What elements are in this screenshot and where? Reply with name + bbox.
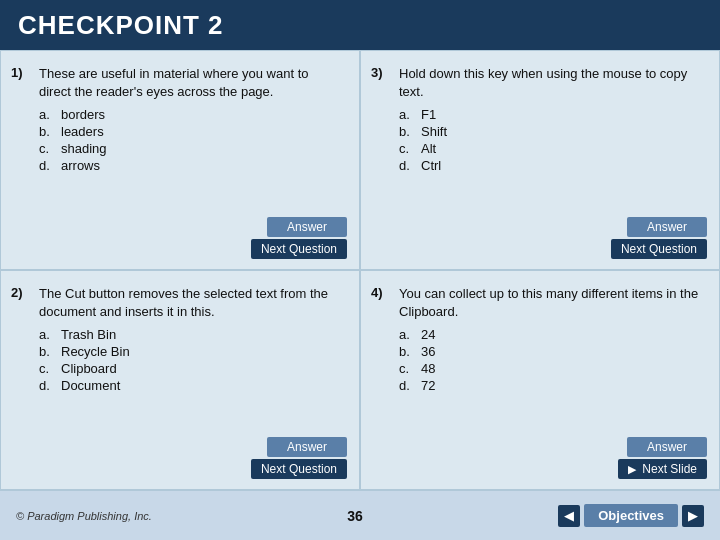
q4-text: You can collect up to this many differen… — [399, 285, 703, 321]
question-1: 1) These are useful in material where yo… — [0, 50, 360, 270]
list-item: a.borders — [39, 107, 343, 122]
q1-btn-group: Answer Next Question — [251, 217, 347, 259]
q1-text: These are useful in material where you w… — [39, 65, 343, 101]
q3-answer-button[interactable]: Answer — [627, 217, 707, 237]
q4-answer-button[interactable]: Answer — [627, 437, 707, 457]
q3-text: Hold down this key when using the mouse … — [399, 65, 703, 101]
list-item: c.shading — [39, 141, 343, 156]
q2-btn-group: Answer Next Question — [251, 437, 347, 479]
page-title: CHECKPOINT 2 — [18, 10, 224, 41]
list-item: d.72 — [399, 378, 703, 393]
header: CHECKPOINT 2 — [0, 0, 720, 50]
q4-next-slide-button[interactable]: ▶ Next Slide — [618, 459, 707, 479]
question-2: 2) The Cut button removes the selected t… — [0, 270, 360, 490]
q1-number: 1) — [11, 65, 23, 80]
list-item: b.36 — [399, 344, 703, 359]
q4-btn-group: Answer ▶ Next Slide — [618, 437, 707, 479]
next-button[interactable]: ▶ — [682, 505, 704, 527]
q1-next-button[interactable]: Next Question — [251, 239, 347, 259]
q4-options: a.24 b.36 c.48 d.72 — [399, 327, 703, 393]
question-4: 4) You can collect up to this many diffe… — [360, 270, 720, 490]
list-item: d.Document — [39, 378, 343, 393]
q2-number: 2) — [11, 285, 23, 300]
list-item: c.48 — [399, 361, 703, 376]
q2-text: The Cut button removes the selected text… — [39, 285, 343, 321]
objectives-button[interactable]: Objectives — [584, 504, 678, 527]
q3-number: 3) — [371, 65, 383, 80]
slide-icon: ▶ — [628, 463, 636, 476]
footer: © Paradigm Publishing, Inc. 36 ◀ Objecti… — [0, 490, 720, 540]
prev-button[interactable]: ◀ — [558, 505, 580, 527]
list-item: b.leaders — [39, 124, 343, 139]
q1-content: These are useful in material where you w… — [39, 65, 343, 175]
list-item: b.Recycle Bin — [39, 344, 343, 359]
copyright: © Paradigm Publishing, Inc. — [16, 510, 152, 522]
q2-options: a.Trash Bin b.Recycle Bin c.Clipboard d.… — [39, 327, 343, 393]
q1-answer-button[interactable]: Answer — [267, 217, 347, 237]
q1-options: a.borders b.leaders c.shading d.arrows — [39, 107, 343, 173]
list-item: c.Clipboard — [39, 361, 343, 376]
q4-number: 4) — [371, 285, 383, 300]
q3-content: Hold down this key when using the mouse … — [399, 65, 703, 175]
list-item: a.Trash Bin — [39, 327, 343, 342]
list-item: a.F1 — [399, 107, 703, 122]
footer-nav: ◀ Objectives ▶ — [558, 504, 704, 527]
q2-content: The Cut button removes the selected text… — [39, 285, 343, 395]
list-item: a.24 — [399, 327, 703, 342]
questions-grid: 1) These are useful in material where yo… — [0, 50, 720, 490]
q3-btn-group: Answer Next Question — [611, 217, 707, 259]
list-item: d.arrows — [39, 158, 343, 173]
list-item: c.Alt — [399, 141, 703, 156]
q3-next-button[interactable]: Next Question — [611, 239, 707, 259]
list-item: b.Shift — [399, 124, 703, 139]
question-3: 3) Hold down this key when using the mou… — [360, 50, 720, 270]
q2-answer-button[interactable]: Answer — [267, 437, 347, 457]
q4-content: You can collect up to this many differen… — [399, 285, 703, 395]
list-item: d.Ctrl — [399, 158, 703, 173]
q2-next-button[interactable]: Next Question — [251, 459, 347, 479]
page-number: 36 — [347, 508, 363, 524]
q3-options: a.F1 b.Shift c.Alt d.Ctrl — [399, 107, 703, 173]
